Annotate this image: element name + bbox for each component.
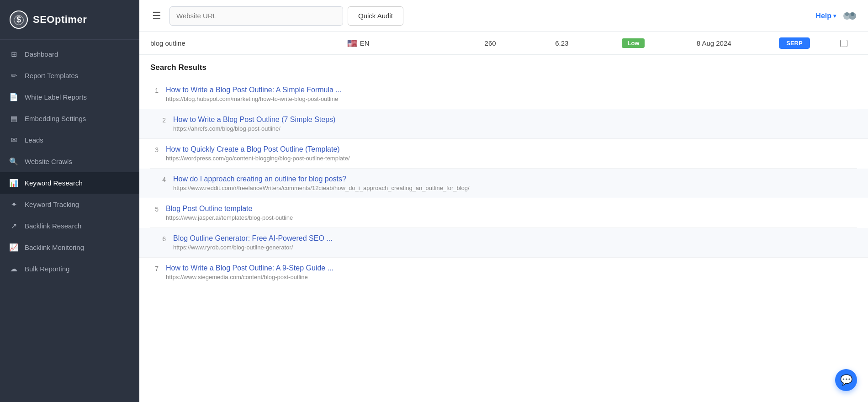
svg-text:$: $ xyxy=(16,15,21,24)
main-area: ☰ Quick Audit Help ▾ blog outline 🇺🇸 EN … xyxy=(139,0,868,402)
list-item: 3 How to Quickly Create a Blog Post Outl… xyxy=(150,139,857,169)
sidebar-item-label: Embedding Settings xyxy=(25,115,86,122)
result-number: 6 xyxy=(158,234,166,243)
dashboard-icon: ⊞ xyxy=(9,50,18,58)
volume-cell: 260 xyxy=(455,39,526,47)
result-url: https://wordpress.com/go/content-bloggin… xyxy=(166,155,857,162)
sidebar-item-website-crawls[interactable]: 🔍 Website Crawls xyxy=(0,151,139,172)
result-number: 7 xyxy=(150,264,159,272)
sidebar-item-leads[interactable]: ✉ Leads xyxy=(0,129,139,151)
sidebar-item-embedding-settings[interactable]: ▤ Embedding Settings xyxy=(0,108,139,129)
result-title[interactable]: Blog Outline Generator: Free AI-Powered … xyxy=(173,234,857,243)
white-label-icon: 📄 xyxy=(9,93,18,101)
language-label: EN xyxy=(360,39,370,47)
content-area: blog outline 🇺🇸 EN 260 6.23 Low 8 Aug 20… xyxy=(139,32,868,402)
results-list: 1 How to Write a Blog Post Outline: A Si… xyxy=(150,79,857,287)
backlink-research-icon: ↗ xyxy=(9,222,18,230)
language-cell: 🇺🇸 EN xyxy=(347,38,455,48)
sidebar: $ SEOptimer ⊞ Dashboard ✏ Report Templat… xyxy=(0,0,139,402)
sidebar-nav: ⊞ Dashboard ✏ Report Templates 📄 White L… xyxy=(0,40,139,283)
result-url: https://blog.hubspot.com/marketing/how-t… xyxy=(166,95,857,102)
sidebar-item-keyword-research[interactable]: 📊 Keyword Research xyxy=(0,172,139,194)
sidebar-item-label: White Label Reports xyxy=(25,93,87,101)
crawls-icon: 🔍 xyxy=(9,157,18,166)
sidebar-item-keyword-tracking[interactable]: ✦ Keyword Tracking xyxy=(0,194,139,215)
svg-point-5 xyxy=(845,12,849,16)
sidebar-item-label: Website Crawls xyxy=(25,158,72,165)
sidebar-item-label: Bulk Reporting xyxy=(25,265,69,273)
list-item: 6 Blog Outline Generator: Free AI-Powere… xyxy=(139,228,868,258)
bulk-reporting-icon: ☁ xyxy=(9,264,18,273)
checkbox-cell xyxy=(830,40,857,47)
result-title[interactable]: How to Write a Blog Post Outline (7 Simp… xyxy=(173,116,857,124)
result-body: How to Write a Blog Post Outline: A 9-St… xyxy=(166,264,857,280)
url-input[interactable] xyxy=(169,6,343,26)
result-number: 4 xyxy=(158,175,166,183)
result-body: Blog Outline Generator: Free AI-Powered … xyxy=(173,234,857,251)
search-results-title: Search Results xyxy=(150,59,857,75)
list-item: 1 How to Write a Blog Post Outline: A Si… xyxy=(150,79,857,109)
result-url: https://www.jasper.ai/templates/blog-pos… xyxy=(166,214,857,221)
sidebar-item-label: Keyword Tracking xyxy=(25,201,79,208)
avatar-icon[interactable] xyxy=(841,7,859,25)
sidebar-item-backlink-monitoring[interactable]: 📈 Backlink Monitoring xyxy=(0,237,139,258)
result-title[interactable]: How to Write a Blog Post Outline: A 9-St… xyxy=(166,264,857,272)
report-templates-icon: ✏ xyxy=(9,71,18,80)
sidebar-item-label: Backlink Research xyxy=(25,222,81,230)
result-number: 5 xyxy=(150,205,159,213)
sidebar-item-label: Dashboard xyxy=(25,50,58,58)
result-url: https://ahrefs.com/blog/blog-post-outlin… xyxy=(173,125,857,132)
result-body: How to Write a Blog Post Outline: A Simp… xyxy=(166,86,857,102)
hamburger-button[interactable]: ☰ xyxy=(148,7,165,25)
topbar: ☰ Quick Audit Help ▾ xyxy=(139,0,868,32)
serp-button[interactable]: SERP xyxy=(779,37,810,49)
result-number: 2 xyxy=(158,116,166,124)
chat-icon: 💬 xyxy=(840,374,852,386)
list-item: 7 How to Write a Blog Post Outline: A 9-… xyxy=(150,258,857,287)
keyword-cell: blog outline xyxy=(150,39,347,47)
help-button[interactable]: Help ▾ xyxy=(815,12,836,20)
quick-audit-button[interactable]: Quick Audit xyxy=(348,6,403,26)
result-url: https://www.reddit.com/r/freelanceWriter… xyxy=(173,185,857,191)
embedding-icon: ▤ xyxy=(9,114,18,123)
result-title[interactable]: How do I approach creating an outline fo… xyxy=(173,175,857,183)
sidebar-item-label: Keyword Research xyxy=(25,179,83,187)
backlink-monitoring-icon: 📈 xyxy=(9,243,18,252)
keyword-table-row: blog outline 🇺🇸 EN 260 6.23 Low 8 Aug 20… xyxy=(139,32,868,55)
logo-icon: $ xyxy=(9,10,28,29)
result-body: Blog Post Outline template https://www.j… xyxy=(166,205,857,221)
help-label: Help xyxy=(815,12,831,20)
serp-cell: SERP xyxy=(759,37,831,49)
sidebar-item-backlink-research[interactable]: ↗ Backlink Research xyxy=(0,215,139,237)
list-item: 5 Blog Post Outline template https://www… xyxy=(150,198,857,228)
list-item: 2 How to Write a Blog Post Outline (7 Si… xyxy=(139,109,868,139)
keyword-tracking-icon: ✦ xyxy=(9,200,18,209)
date-cell: 8 Aug 2024 xyxy=(669,39,759,47)
competition-cell: Low xyxy=(598,38,669,48)
result-title[interactable]: Blog Post Outline template xyxy=(166,205,857,213)
chat-bubble[interactable]: 💬 xyxy=(835,369,857,391)
svg-point-6 xyxy=(851,12,854,16)
competition-badge: Low xyxy=(622,38,645,48)
result-number: 3 xyxy=(150,145,159,153)
logo-text: SEOptimer xyxy=(33,14,87,26)
result-body: How to Quickly Create a Blog Post Outlin… xyxy=(166,145,857,162)
result-url: https://www.ryrob.com/blog-outline-gener… xyxy=(173,244,857,251)
result-title[interactable]: How to Write a Blog Post Outline: A Simp… xyxy=(166,86,857,94)
sidebar-item-label: Leads xyxy=(25,136,43,144)
logo-area: $ SEOptimer xyxy=(0,0,139,40)
sidebar-item-bulk-reporting[interactable]: ☁ Bulk Reporting xyxy=(0,258,139,280)
search-results-section: Search Results 1 How to Write a Blog Pos… xyxy=(139,55,868,296)
result-body: How to Write a Blog Post Outline (7 Simp… xyxy=(173,116,857,132)
kd-cell: 6.23 xyxy=(526,39,598,47)
sidebar-item-white-label-reports[interactable]: 📄 White Label Reports xyxy=(0,86,139,108)
sidebar-item-report-templates[interactable]: ✏ Report Templates xyxy=(0,65,139,86)
leads-icon: ✉ xyxy=(9,136,18,144)
result-title[interactable]: How to Quickly Create a Blog Post Outlin… xyxy=(166,145,857,153)
result-url: https://www.siegemedia.com/content/blog-… xyxy=(166,274,857,280)
list-item: 4 How do I approach creating an outline … xyxy=(139,169,868,198)
sidebar-item-dashboard[interactable]: ⊞ Dashboard xyxy=(0,43,139,65)
flag-icon: 🇺🇸 xyxy=(347,38,357,48)
sidebar-item-label: Report Templates xyxy=(25,72,78,79)
row-checkbox[interactable] xyxy=(840,40,847,47)
